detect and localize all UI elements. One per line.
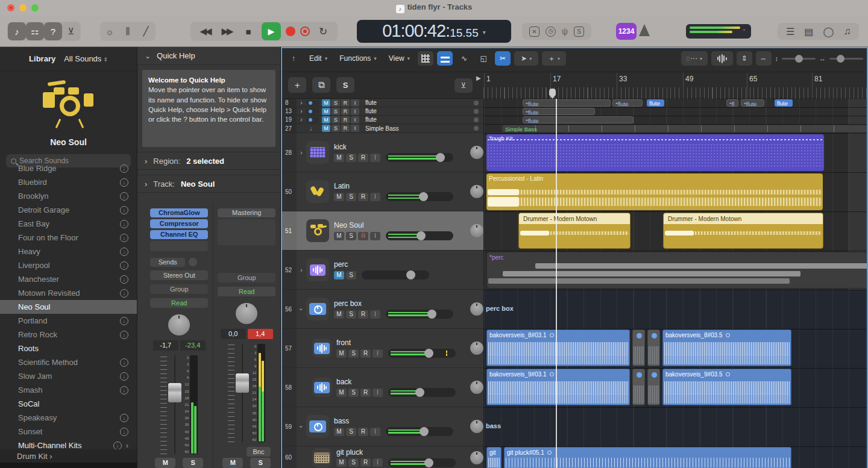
snap-menu[interactable]: ◌⋯▾: [681, 51, 708, 66]
record-enable-button[interactable]: R: [358, 310, 368, 319]
mute-button[interactable]: M: [155, 458, 175, 468]
volume-slider[interactable]: [386, 153, 453, 162]
track-icon[interactable]: [306, 141, 329, 164]
library-item[interactable]: Neo Soul: [0, 300, 137, 314]
waveform-zoom-icon[interactable]: [711, 51, 733, 66]
pan-knob[interactable]: [470, 342, 483, 355]
input-monitor-button[interactable]: I: [370, 428, 380, 436]
volume-slider[interactable]: [388, 458, 456, 467]
library-item[interactable]: Liverpool↓: [0, 258, 137, 272]
solo-button[interactable]: S: [332, 125, 340, 132]
record-enable-button[interactable]: R: [341, 99, 350, 107]
mute-button[interactable]: M: [322, 125, 330, 132]
metronome-icon[interactable]: [639, 24, 650, 36]
download-icon[interactable]: ↓: [120, 248, 128, 256]
pan-knob[interactable]: [470, 420, 483, 433]
track-icon[interactable]: [306, 219, 329, 242]
solo-button[interactable]: S: [250, 458, 271, 468]
region[interactable]: *flute: [741, 99, 764, 107]
disclosure-chevron-icon[interactable]: ›: [297, 99, 306, 106]
bounce-button[interactable]: Bnc: [247, 447, 271, 457]
library-toggle-icon[interactable]: ♪: [8, 22, 26, 40]
disclosure-chevron-icon[interactable]: ›: [297, 423, 306, 430]
volume-thumb[interactable]: [424, 458, 433, 467]
plugin-slot[interactable]: Channel EQ: [150, 230, 208, 239]
download-icon[interactable]: ↓: [120, 386, 128, 395]
track-header-config-icon[interactable]: ⊻: [454, 78, 473, 93]
input-monitor-button[interactable]: I: [351, 125, 359, 132]
download-icon[interactable]: ↓: [120, 372, 128, 381]
track-header[interactable]: 28›kickMSRI: [282, 133, 483, 172]
record-enable-button[interactable]: R: [358, 154, 368, 162]
library-item[interactable]: Blue Ridge↓: [0, 161, 137, 175]
volume-slider[interactable]: [386, 310, 453, 319]
volume-thumb[interactable]: [436, 153, 445, 162]
inspector-toggle-icon[interactable]: ⚏: [26, 22, 44, 40]
track-header[interactable]: 51Neo SoulMSRI: [282, 211, 483, 251]
pointer-tool-select[interactable]: ➤▾: [514, 51, 538, 66]
download-icon[interactable]: ↓: [120, 275, 128, 284]
volume-fader[interactable]: [168, 355, 181, 454]
input-monitor-button[interactable]: I: [373, 349, 383, 358]
volume-slider[interactable]: [386, 192, 453, 201]
volume-value[interactable]: 0,0: [221, 329, 246, 339]
region[interactable]: flute: [775, 99, 793, 107]
mute-button[interactable]: M: [322, 99, 330, 107]
solo-button[interactable]: S: [346, 232, 356, 240]
mute-button[interactable]: M: [334, 428, 344, 436]
track-icon[interactable]: [312, 339, 332, 358]
region[interactable]: Percussionist - Latin: [486, 173, 823, 210]
count-in-button[interactable]: 1234: [616, 23, 637, 40]
download-icon[interactable]: ↓: [120, 234, 128, 242]
group-button[interactable]: Group: [150, 284, 208, 294]
library-item[interactable]: Scientific Method↓: [0, 355, 137, 369]
peak-value[interactable]: 1,4: [248, 329, 273, 339]
pan-knob[interactable]: [470, 451, 483, 464]
region[interactable]: Drummer - Modern Motown: [518, 213, 631, 249]
track-header[interactable]: 19›MSRIflute: [282, 116, 483, 124]
input-monitor-button[interactable]: I: [370, 310, 380, 319]
cycle-button[interactable]: ↻: [315, 25, 332, 38]
solo-button[interactable]: S: [348, 349, 359, 358]
pan-knob[interactable]: [470, 185, 483, 198]
plugin-slot[interactable]: Mastering: [218, 208, 275, 217]
mute-button[interactable]: M: [334, 154, 344, 162]
library-item[interactable]: Speakeasy↓: [0, 411, 137, 425]
volume-value[interactable]: -1,7: [153, 340, 178, 351]
list-editors-icon[interactable]: ☰: [786, 26, 794, 37]
mute-button[interactable]: M: [336, 458, 347, 467]
download-icon[interactable]: ↓: [120, 178, 128, 187]
split-playhead-icon[interactable]: ✂: [495, 51, 511, 66]
automation-icon[interactable]: ∿: [456, 51, 472, 66]
mute-button[interactable]: M: [334, 271, 344, 279]
record-enable-button[interactable]: R: [358, 193, 368, 201]
pan-knob[interactable]: [236, 303, 257, 324]
track-header[interactable]: 8›MSRIflute: [282, 99, 483, 107]
download-icon[interactable]: ↓: [120, 289, 128, 298]
record-enable-button[interactable]: R: [341, 125, 350, 132]
library-item[interactable]: Portland↓: [0, 314, 137, 328]
record-enable-button[interactable]: R: [341, 116, 350, 123]
solo-button[interactable]: S: [332, 108, 340, 115]
disclosure-chevron-icon[interactable]: ›: [297, 306, 306, 313]
rewind-button[interactable]: ◀◀: [197, 26, 213, 37]
library-item[interactable]: Retro Rock↓: [0, 328, 137, 342]
pan-knob[interactable]: [470, 302, 483, 316]
pan-knob[interactable]: [470, 224, 483, 237]
library-item[interactable]: Detroit Garage↓: [0, 203, 137, 217]
pan-knob[interactable]: [470, 381, 483, 394]
toolbar-toggle-icon[interactable]: ⊻: [62, 22, 80, 40]
volume-slider[interactable]: [362, 270, 429, 279]
download-icon[interactable]: ↓: [120, 414, 128, 422]
solo-button[interactable]: S: [332, 116, 340, 123]
vertical-auto-zoom-icon[interactable]: ⇕: [737, 51, 752, 66]
horizontal-zoom-slider[interactable]: [829, 58, 863, 60]
download-icon[interactable]: ↓: [113, 441, 122, 450]
track-header[interactable]: 27♩MSRISimple Bass: [282, 124, 483, 133]
download-icon[interactable]: ↓: [120, 192, 128, 201]
volume-thumb[interactable]: [406, 270, 415, 279]
region[interactable]: bakoversveis_9#03.5: [662, 369, 791, 405]
tracks-view-icon[interactable]: [437, 51, 453, 66]
track-inspector-header[interactable]: › Track:Neo Soul: [137, 175, 280, 193]
track-icon[interactable]: [312, 378, 332, 397]
